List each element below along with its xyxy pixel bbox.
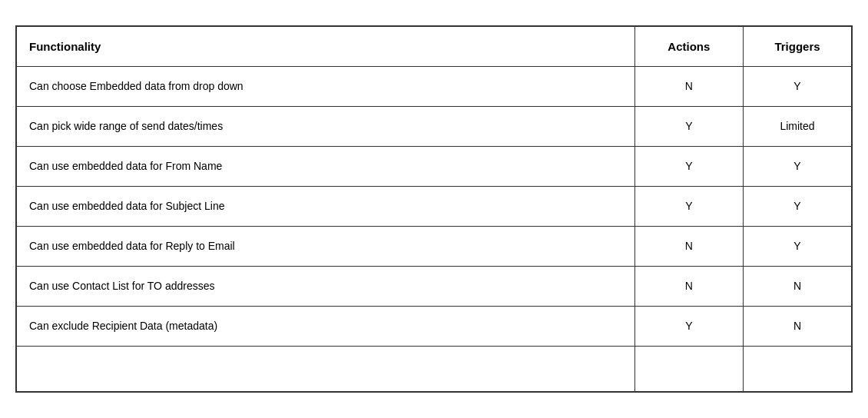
cell-functionality: Can use Contact List for TO addresses: [16, 266, 634, 306]
cell-actions: N: [634, 266, 743, 306]
cell-functionality: Can exclude Recipient Data (metadata): [16, 306, 634, 346]
header-triggers: Triggers: [744, 26, 852, 66]
table-row: Can use embedded data for From NameYY: [16, 146, 852, 186]
cell-functionality: Can use embedded data for From Name: [16, 146, 634, 186]
comparison-table-container: Functionality Actions Triggers Can choos…: [15, 25, 853, 393]
cell-triggers: Y: [744, 66, 852, 106]
cell-triggers: N: [744, 266, 852, 306]
cell-functionality: Can choose Embedded data from drop down: [16, 66, 634, 106]
header-functionality: Functionality: [16, 26, 634, 66]
table-row: Can pick wide range of send dates/timesY…: [16, 106, 852, 146]
cell-empty: [16, 346, 634, 392]
cell-actions: Y: [634, 146, 743, 186]
cell-empty: [634, 346, 743, 392]
functionality-table: Functionality Actions Triggers Can choos…: [15, 25, 853, 393]
cell-triggers: Y: [744, 146, 852, 186]
cell-functionality: Can use embedded data for Reply to Email: [16, 226, 634, 266]
table-row: Can use embedded data for Reply to Email…: [16, 226, 852, 266]
table-row-empty: [16, 346, 852, 392]
table-header-row: Functionality Actions Triggers: [16, 26, 852, 66]
cell-triggers: Y: [744, 186, 852, 226]
table-row: Can use Contact List for TO addressesNN: [16, 266, 852, 306]
cell-actions: N: [634, 226, 743, 266]
cell-functionality: Can pick wide range of send dates/times: [16, 106, 634, 146]
cell-triggers: N: [744, 306, 852, 346]
cell-triggers: Y: [744, 226, 852, 266]
cell-actions: Y: [634, 106, 743, 146]
table-row: Can choose Embedded data from drop downN…: [16, 66, 852, 106]
table-row: Can use embedded data for Subject LineYY: [16, 186, 852, 226]
header-actions: Actions: [634, 26, 743, 66]
cell-functionality: Can use embedded data for Subject Line: [16, 186, 634, 226]
table-row: Can exclude Recipient Data (metadata)YN: [16, 306, 852, 346]
cell-triggers: Limited: [744, 106, 852, 146]
cell-actions: Y: [634, 186, 743, 226]
cell-actions: Y: [634, 306, 743, 346]
cell-empty: [744, 346, 852, 392]
cell-actions: N: [634, 66, 743, 106]
